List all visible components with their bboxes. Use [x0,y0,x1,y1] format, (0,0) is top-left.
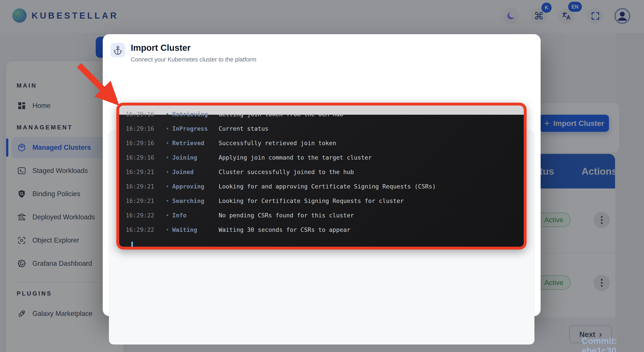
modal-subtitle: Connect your Kubernetes cluster to the p… [131,56,256,63]
log-message: Looking for Certificate Signing Requests… [218,197,404,204]
log-status: •Approving [166,183,218,190]
import-log-terminal[interactable]: 16:29:16 •Retrieving Getting join token … [116,103,526,250]
log-timestamp: 16:29:16 [126,111,166,118]
terminal-log-row: 16:29:21 •Approving Looking for and appr… [126,179,524,194]
bullet-icon: • [166,197,169,204]
log-timestamp: 16:29:16 [126,154,166,161]
log-status: •Retrieving [166,111,218,118]
anchor-icon [113,45,123,55]
log-status: •InProgress [166,125,218,132]
log-message: Cluster successfully joined to the hub [218,169,354,175]
log-message: No pending CSRs found for this cluster [218,212,354,219]
bullet-icon: • [166,212,169,219]
log-status: •Info [166,212,218,219]
modal-header: Import Cluster Connect your Kubernetes c… [110,43,256,63]
terminal-log-list: 16:29:16 •Retrieving Getting join token … [119,105,524,237]
log-message: Looking for and approving Certificate Si… [218,183,436,190]
terminal-log-row: 16:29:22 •Info No pending CSRs found for… [126,208,524,222]
terminal-log-row: 16:29:16 •Retrieving Getting join token … [126,107,524,121]
log-timestamp: 16:29:21 [126,183,166,190]
terminal-log-row: 16:29:21 •Searching Looking for Certific… [126,194,524,208]
bullet-icon: • [166,125,169,132]
log-status: •Searching [166,197,218,204]
terminal-log-row: 16:29:16 •Retrieved Successfully retriev… [126,136,524,150]
log-timestamp: 16:29:21 [126,197,166,204]
bullet-icon: • [166,183,169,190]
terminal-log-row: 16:29:16 •Joining Applying join command … [126,150,524,165]
log-status: •Waiting [166,226,218,233]
terminal-log-row: 16:29:22 •Waiting Waiting 30 seconds for… [126,222,524,237]
log-status: •Retrieved [166,140,218,146]
log-timestamp: 16:29:16 [126,125,166,132]
anchor-chip [110,43,125,57]
log-status: •Joining [166,154,218,161]
bullet-icon: • [166,154,169,161]
commit-watermark: Commit: ebe1c30 [582,336,644,352]
log-message: Applying join command to the target clus… [218,154,372,161]
terminal-cursor [132,242,133,250]
log-timestamp: 16:29:22 [126,226,166,233]
log-message: Waiting 30 seconds for CSRs to appear [218,226,350,233]
log-status: •Joined [166,169,218,175]
log-timestamp: 16:29:22 [126,212,166,219]
modal-title: Import Cluster [131,43,256,53]
terminal-log-row: 16:29:16 •InProgress Current status [126,121,524,136]
log-timestamp: 16:29:21 [126,169,166,175]
bullet-icon: • [166,111,169,118]
app-screen: KUBESTELLAR ⌘ K EN MAIN [0,0,644,352]
log-timestamp: 16:29:16 [126,140,166,146]
log-message: Getting join token from the OCM hub [218,111,343,118]
bullet-icon: • [166,169,169,175]
log-message: Successfully retrieved join token [218,140,336,146]
terminal-log-row: 16:29:21 •Joined Cluster successfully jo… [126,165,524,179]
bullet-icon: • [166,226,169,233]
bullet-icon: • [166,140,169,146]
log-message: Current status [218,125,268,132]
